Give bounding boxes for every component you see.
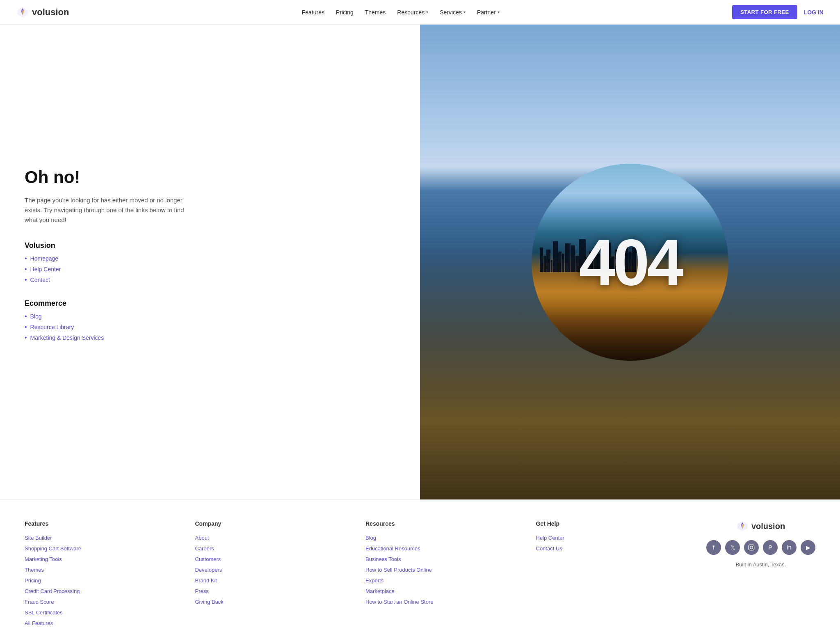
youtube-icon[interactable]: ▶: [801, 540, 815, 555]
pinterest-icon[interactable]: P: [763, 540, 778, 555]
get-help-col-title: Get Help: [536, 520, 690, 527]
ecommerce-link-list: • Blog • Resource Library • Marketing & …: [25, 313, 395, 341]
error-description: The page you're looking for has either m…: [25, 195, 197, 225]
credit-card-link[interactable]: Credit Card Processing: [25, 588, 80, 594]
twitter-icon[interactable]: 𝕏: [725, 540, 740, 555]
bullet-icon: •: [25, 266, 27, 273]
login-button[interactable]: LOG IN: [804, 9, 824, 16]
careers-link[interactable]: Careers: [195, 545, 214, 552]
resources-link-list: Blog Educational Resources Business Tool…: [365, 534, 520, 605]
list-item: Experts: [365, 577, 520, 584]
brand-kit-link[interactable]: Brand Kit: [195, 577, 217, 584]
list-item: • Blog: [25, 313, 395, 320]
header-actions: START FOR FREE LOG IN: [732, 5, 824, 19]
developers-link[interactable]: Developers: [195, 567, 222, 573]
features-col-title: Features: [25, 520, 179, 527]
blog-link[interactable]: Blog: [30, 313, 42, 320]
list-item: How to Start an Online Store: [365, 598, 520, 605]
nav-themes[interactable]: Themes: [365, 9, 386, 16]
marketing-design-link[interactable]: Marketing & Design Services: [30, 334, 104, 341]
header-nav: Features Pricing Themes Resources ▾ Serv…: [302, 9, 500, 16]
how-to-sell-link[interactable]: How to Sell Products Online: [365, 567, 432, 573]
list-item: Careers: [195, 545, 349, 552]
experts-link[interactable]: Experts: [365, 577, 383, 584]
marketing-tools-link[interactable]: Marketing Tools: [25, 556, 62, 562]
start-for-free-button[interactable]: START FOR FREE: [732, 5, 797, 19]
ecommerce-section-title: Ecommerce: [25, 299, 395, 308]
resource-library-link[interactable]: Resource Library: [30, 324, 74, 330]
list-item: Marketing Tools: [25, 556, 179, 562]
how-to-start-link[interactable]: How to Start an Online Store: [365, 599, 433, 605]
list-item: How to Sell Products Online: [365, 566, 520, 573]
bullet-icon: •: [25, 334, 27, 341]
nav-partner[interactable]: Partner ▾: [477, 9, 500, 16]
logo-link[interactable]: volusion: [16, 6, 69, 18]
fraud-score-link[interactable]: Fraud Score: [25, 599, 54, 605]
list-item: • Resource Library: [25, 323, 395, 331]
contact-us-link[interactable]: Contact Us: [536, 545, 562, 552]
list-item: Marketplace: [365, 588, 520, 594]
list-item: Credit Card Processing: [25, 588, 179, 594]
chevron-down-icon: ▾: [498, 10, 500, 14]
list-item: • Help Center: [25, 266, 395, 273]
customers-link[interactable]: Customers: [195, 556, 221, 562]
footer-get-help-col: Get Help Help Center Contact Us: [536, 520, 690, 630]
volusion-section-title: Volusion: [25, 241, 395, 250]
blog-footer-link[interactable]: Blog: [365, 535, 376, 541]
built-text: Built in Austin, Texas.: [736, 561, 786, 568]
list-item: Contact Us: [536, 545, 690, 552]
error-code-text: 404: [579, 229, 681, 295]
instagram-icon[interactable]: [744, 540, 759, 555]
resources-col-title: Resources: [365, 520, 520, 527]
giving-back-link[interactable]: Giving Back: [195, 599, 224, 605]
themes-link[interactable]: Themes: [25, 567, 44, 573]
list-item: Shopping Cart Software: [25, 545, 179, 552]
list-item: About: [195, 534, 349, 541]
shopping-cart-link[interactable]: Shopping Cart Software: [25, 545, 81, 552]
logo-text: volusion: [32, 7, 69, 18]
nav-services[interactable]: Services ▾: [440, 9, 466, 16]
chevron-down-icon: ▾: [463, 10, 466, 14]
list-item: Press: [195, 588, 349, 594]
contact-link[interactable]: Contact: [30, 277, 50, 283]
footer-brand-section: volusion f 𝕏 P in ▶ Built in Austin, Tex…: [706, 520, 815, 630]
list-item: Giving Back: [195, 598, 349, 605]
chevron-down-icon: ▾: [426, 10, 428, 14]
footer-resources-col: Resources Blog Educational Resources Bus…: [365, 520, 520, 630]
bullet-icon: •: [25, 323, 27, 331]
marketplace-link[interactable]: Marketplace: [365, 588, 395, 594]
list-item: • Contact: [25, 276, 395, 284]
list-item: • Marketing & Design Services: [25, 334, 395, 341]
list-item: Themes: [25, 566, 179, 573]
list-item: Pricing: [25, 577, 179, 584]
company-col-title: Company: [195, 520, 349, 527]
list-item: Customers: [195, 556, 349, 562]
list-item: Brand Kit: [195, 577, 349, 584]
footer: Features Site Builder Shopping Cart Soft…: [0, 499, 840, 639]
footer-columns: Features Site Builder Shopping Cart Soft…: [25, 520, 815, 630]
nav-features[interactable]: Features: [302, 9, 324, 16]
site-builder-link[interactable]: Site Builder: [25, 535, 52, 541]
homepage-link[interactable]: Homepage: [30, 255, 59, 262]
business-tools-link[interactable]: Business Tools: [365, 556, 401, 562]
footer-features-col: Features Site Builder Shopping Cart Soft…: [25, 520, 179, 630]
ssl-link[interactable]: SSL Certificates: [25, 609, 63, 616]
help-center-link[interactable]: Help Center: [30, 266, 61, 273]
press-link[interactable]: Press: [195, 588, 209, 594]
list-item: Educational Resources: [365, 545, 520, 552]
educational-resources-link[interactable]: Educational Resources: [365, 545, 420, 552]
list-item: Blog: [365, 534, 520, 541]
facebook-icon[interactable]: f: [706, 540, 721, 555]
pricing-link[interactable]: Pricing: [25, 577, 41, 584]
header: volusion Features Pricing Themes Resourc…: [0, 0, 840, 25]
nav-pricing[interactable]: Pricing: [336, 9, 354, 16]
about-link[interactable]: About: [195, 535, 209, 541]
city-circle: 404: [532, 164, 728, 361]
bullet-icon: •: [25, 276, 27, 284]
list-item: • Homepage: [25, 255, 395, 262]
footer-logo-icon: [737, 520, 748, 532]
nav-resources[interactable]: Resources ▾: [397, 9, 428, 16]
all-features-link[interactable]: All Features: [25, 620, 53, 626]
linkedin-icon[interactable]: in: [782, 540, 797, 555]
help-center-footer-link[interactable]: Help Center: [536, 535, 564, 541]
